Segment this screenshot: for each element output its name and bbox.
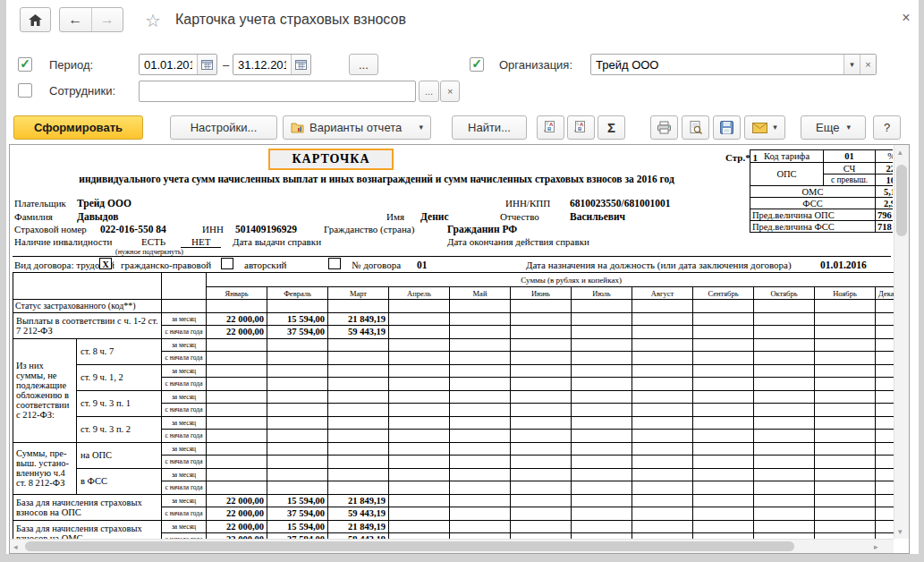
scroll-left-icon[interactable]: ◂ [13, 543, 18, 551]
data-cell[interactable] [207, 364, 267, 378]
period-cell[interactable]: за месяц [162, 442, 207, 456]
data-cell[interactable] [511, 520, 572, 533]
data-cell[interactable] [450, 430, 511, 443]
data-cell[interactable] [632, 378, 693, 391]
data-cell[interactable] [207, 456, 267, 469]
data-cell[interactable] [693, 481, 754, 495]
data-cell[interactable] [389, 338, 450, 352]
sums-header[interactable]: Суммы (в рублях и копейках) [207, 273, 894, 287]
data-cell[interactable] [389, 520, 450, 533]
month-header[interactable]: Октябрь [754, 287, 815, 300]
data-cell[interactable]: 37 594,00 [267, 507, 328, 521]
data-cell[interactable] [876, 442, 894, 456]
tariff-limit-fss-label[interactable]: Пред.величина ФСС [750, 221, 876, 233]
data-cell[interactable] [511, 404, 572, 417]
data-cell[interactable] [572, 520, 632, 533]
data-cell[interactable] [207, 390, 267, 404]
employees-input[interactable] [140, 81, 415, 101]
grid-corner-cell[interactable] [162, 273, 207, 300]
data-cell[interactable] [572, 481, 632, 495]
data-cell[interactable] [511, 416, 572, 430]
data-cell[interactable] [207, 300, 267, 313]
data-cell[interactable] [267, 430, 328, 443]
organization-checkbox[interactable]: ✓ [470, 57, 484, 72]
data-cell[interactable] [450, 494, 511, 507]
data-cell[interactable] [328, 442, 389, 456]
data-cell[interactable] [450, 312, 511, 326]
data-cell[interactable] [815, 404, 876, 417]
data-cell[interactable] [328, 481, 389, 495]
report-area[interactable]: КАРТОЧКА Стр.* 1 Код тарифа01% ОПССЧ22 с… [9, 144, 910, 554]
data-cell[interactable]: 22 000,00 [207, 312, 267, 326]
data-cell[interactable] [632, 442, 693, 456]
sub-label[interactable]: ст. 9 ч. 3 п. 1 [77, 390, 162, 416]
data-cell[interactable] [389, 404, 450, 417]
data-cell[interactable] [815, 352, 876, 365]
data-cell[interactable] [876, 456, 894, 469]
data-cell[interactable] [389, 416, 450, 430]
employees-clear-button[interactable]: × [440, 81, 460, 102]
data-cell[interactable]: 22 000,00 [207, 520, 267, 533]
data-cell[interactable] [815, 326, 876, 339]
data-cell[interactable] [632, 520, 693, 533]
data-cell[interactable] [815, 300, 876, 313]
sub-label[interactable]: в ФСС [77, 468, 162, 494]
data-cell[interactable] [754, 468, 815, 481]
data-cell[interactable] [511, 338, 572, 352]
data-cell[interactable]: 15 594,00 [267, 494, 328, 507]
data-cell[interactable]: 22 000,00 [207, 494, 267, 507]
data-cell[interactable] [511, 312, 572, 326]
data-cell[interactable] [511, 364, 572, 378]
data-cell[interactable]: 59 443,19 [328, 507, 389, 521]
data-cell[interactable] [815, 494, 876, 507]
data-cell[interactable] [754, 430, 815, 443]
data-cell[interactable] [815, 364, 876, 378]
data-cell[interactable] [754, 507, 815, 521]
data-cell[interactable] [572, 390, 632, 404]
data-cell[interactable] [876, 300, 894, 313]
data-cell[interactable] [572, 338, 632, 352]
data-cell[interactable] [389, 390, 450, 404]
data-cell[interactable] [511, 390, 572, 404]
data-cell[interactable] [815, 390, 876, 404]
data-cell[interactable] [450, 520, 511, 533]
grid-corner-cell[interactable] [13, 273, 162, 300]
data-cell[interactable] [693, 494, 754, 507]
data-cell[interactable] [207, 481, 267, 495]
data-cell[interactable] [511, 494, 572, 507]
data-cell[interactable] [754, 352, 815, 365]
sum-button[interactable]: Σ [598, 115, 625, 140]
data-cell[interactable] [693, 507, 754, 521]
calendar-button[interactable] [197, 55, 216, 74]
collapse-groups-button[interactable]: AB [567, 115, 595, 140]
data-cell[interactable] [754, 326, 815, 339]
data-cell[interactable] [815, 507, 876, 521]
data-cell[interactable] [632, 390, 693, 404]
data-cell[interactable] [328, 390, 389, 404]
data-cell[interactable] [267, 442, 328, 456]
data-cell[interactable] [632, 352, 693, 365]
period-cell[interactable]: за месяц [162, 494, 207, 507]
data-cell[interactable] [693, 430, 754, 443]
data-cell[interactable] [754, 390, 815, 404]
data-cell[interactable] [876, 520, 894, 533]
data-cell[interactable] [815, 468, 876, 481]
report-spreadsheet[interactable]: КАРТОЧКА Стр.* 1 Код тарифа01% ОПССЧ22 с… [10, 145, 894, 539]
data-cell[interactable] [450, 416, 511, 430]
horizontal-scrollbar[interactable]: ◂ ▸ [10, 539, 894, 553]
data-cell[interactable] [572, 442, 632, 456]
data-cell[interactable] [267, 468, 328, 481]
data-cell[interactable] [389, 442, 450, 456]
tariff-limit-fss-value[interactable]: 718 т [876, 221, 894, 233]
data-cell[interactable] [267, 404, 328, 417]
period-cell[interactable]: за месяц [162, 338, 207, 352]
data-cell[interactable] [450, 300, 511, 313]
period-cell[interactable]: за месяц [162, 312, 207, 326]
data-cell[interactable] [876, 507, 894, 521]
data-cell[interactable] [693, 416, 754, 430]
data-cell[interactable]: 37 594,00 [267, 326, 328, 339]
data-cell[interactable] [693, 404, 754, 417]
data-cell[interactable] [815, 338, 876, 352]
section-label[interactable]: База для начисления страховых взносов на… [13, 494, 162, 520]
employees-checkbox[interactable] [18, 83, 32, 98]
